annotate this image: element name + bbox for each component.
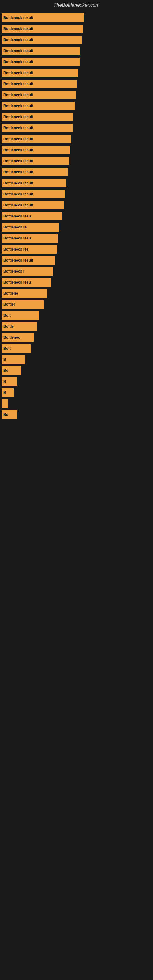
result-bar: Bottleneck result — [2, 113, 73, 121]
bar-row: Bottleneck result — [0, 157, 153, 165]
result-bar: B — [2, 355, 26, 364]
result-bar: Bottlene — [2, 289, 47, 298]
bar-row: Bottleneck result — [0, 256, 153, 265]
result-bar: Bottleneck result — [2, 24, 83, 33]
bar-row: B — [0, 377, 153, 386]
bar-row: Bottleneck result — [0, 68, 153, 77]
bar-label: Bottleneck result — [3, 258, 33, 262]
bar-label: Bott — [3, 313, 11, 318]
bar-label: Bottle — [3, 324, 14, 329]
bar-row: Bottleneck result — [0, 146, 153, 154]
bar-row: Bottleneck result — [0, 91, 153, 99]
bar-row: Bottleneck result — [0, 102, 153, 110]
bar-label: Bottleneck r — [3, 269, 24, 274]
bar-row: B — [0, 388, 153, 397]
bar-row: Bottlene — [0, 289, 153, 298]
bar-row: Bo — [0, 366, 153, 375]
bar-label: Bottleneck result — [3, 38, 33, 42]
result-bar: B — [2, 377, 18, 386]
result-bar: Bottleneck result — [2, 157, 69, 165]
bar-label: Bottleneck resu — [3, 214, 31, 218]
result-bar: Bottleneck result — [2, 146, 70, 154]
bar-label: Bottleneck result — [3, 16, 33, 20]
result-bar: Bo — [2, 366, 21, 375]
bar-row: Bottleneck result — [0, 80, 153, 88]
bar-label: Bottleneck result — [3, 159, 33, 163]
site-title: TheBottlenecker.com — [0, 0, 153, 10]
bar-row: Bott — [0, 311, 153, 320]
bar-label: Bottleneck re — [3, 225, 27, 229]
bar-label: Bottleneck result — [3, 71, 33, 75]
result-bar: Bottleneck result — [2, 102, 75, 110]
bar-row: Bottler — [0, 300, 153, 309]
bar-label: Bottleneck result — [3, 82, 33, 86]
bar-row: Bottlenec — [0, 333, 153, 342]
bar-row: Bottleneck result — [0, 13, 153, 22]
bar-row: Bottleneck resu — [0, 212, 153, 221]
bar-row: Bottleneck resu — [0, 278, 153, 286]
result-bar: Bottler — [2, 300, 44, 309]
result-bar: Bo — [2, 410, 18, 419]
bar-row: Bottleneck result — [0, 201, 153, 210]
bar-row: B — [0, 355, 153, 364]
result-bar: Bott — [2, 311, 39, 320]
bar-label: Bottleneck result — [3, 126, 33, 130]
bar-row: Bottle — [0, 322, 153, 331]
result-bar: Bottle — [2, 322, 37, 331]
result-bar: Bottleneck r — [2, 267, 53, 275]
bar-label: Bottleneck res — [3, 247, 29, 251]
bar-row: Bo — [0, 410, 153, 419]
bar-label: Bott — [3, 346, 11, 351]
bar-label: Bottleneck result — [3, 49, 33, 53]
result-bar: Bottleneck result — [2, 80, 77, 88]
result-bar: Bottleneck result — [2, 124, 73, 132]
result-bar: Bottleneck result — [2, 13, 84, 22]
result-bar: Bottlenec — [2, 333, 33, 342]
result-bar: Bottleneck resu — [2, 212, 62, 221]
result-bar: Bottleneck res — [2, 245, 57, 254]
bar-row — [0, 399, 153, 408]
bar-row: Bottleneck res — [0, 245, 153, 254]
bar-row: Bottleneck result — [0, 46, 153, 55]
result-bar: Bottleneck result — [2, 135, 71, 143]
bar-label: Bo — [3, 368, 8, 373]
bars-container: Bottleneck resultBottleneck resultBottle… — [0, 10, 153, 425]
bar-label: B — [3, 357, 6, 362]
bar-label: Bottleneck result — [3, 203, 33, 207]
bar-label: Bo — [3, 412, 8, 417]
result-bar: Bottleneck result — [2, 46, 80, 55]
bar-label: Bottleneck result — [3, 181, 33, 185]
bar-row: Bottleneck r — [0, 267, 153, 275]
result-bar: B — [2, 388, 14, 397]
bar-row: Bottleneck result — [0, 190, 153, 199]
result-bar: Bott — [2, 344, 30, 353]
bar-row: Bottleneck resu — [0, 234, 153, 243]
bar-row: Bottleneck result — [0, 124, 153, 132]
bar-label: Bottleneck resu — [3, 280, 31, 285]
result-bar: Bottleneck re — [2, 223, 59, 232]
bar-label: Bottleneck result — [3, 104, 33, 108]
bar-label: Bottleneck resu — [3, 236, 31, 240]
result-bar: Bottleneck result — [2, 35, 82, 44]
bar-label: Bottleneck result — [3, 115, 33, 119]
bar-label: Bottler — [3, 302, 15, 307]
bar-row: Bott — [0, 344, 153, 353]
bar-label: Bottleneck result — [3, 27, 33, 31]
bar-label: Bottlene — [3, 291, 18, 296]
bar-row: Bottleneck result — [0, 168, 153, 177]
bar-label: Bottleneck result — [3, 93, 33, 97]
bar-row: Bottleneck result — [0, 113, 153, 121]
bar-label: Bottleneck result — [3, 148, 33, 152]
bar-label: Bottleneck result — [3, 60, 33, 64]
bar-label: Bottleneck result — [3, 170, 33, 174]
result-bar: Bottleneck resu — [2, 234, 58, 243]
result-bar: Bottleneck resu — [2, 278, 51, 286]
bar-row: Bottleneck result — [0, 24, 153, 33]
bar-row: Bottleneck result — [0, 135, 153, 143]
bar-label: Bottleneck result — [3, 137, 33, 141]
bar-label: B — [3, 390, 6, 395]
bar-row: Bottleneck re — [0, 223, 153, 232]
result-bar: Bottleneck result — [2, 68, 78, 77]
result-bar: Bottleneck result — [2, 256, 55, 265]
result-bar: Bottleneck result — [2, 190, 65, 199]
